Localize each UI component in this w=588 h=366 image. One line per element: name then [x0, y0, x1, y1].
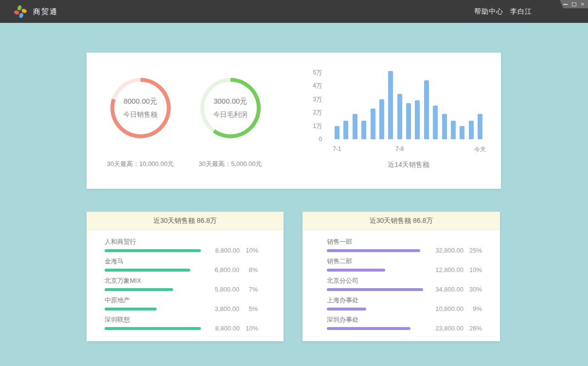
today-sales-label: 今日销售额: [124, 110, 158, 119]
rank-row-percent: 7%: [239, 286, 258, 293]
rank-row-bar: [105, 249, 201, 252]
rank-row-bar: [327, 249, 420, 252]
minimize-icon[interactable]: [563, 4, 568, 5]
rank-row-values: 34,800.0030%: [428, 286, 482, 293]
today-profit-label: 今日毛利润: [214, 110, 248, 119]
daily-sales-bar: [397, 94, 402, 140]
rank-row: 销售一部32,800.0025%: [327, 238, 482, 252]
rank-row: 北京万象MIX5,800.007%: [105, 276, 258, 291]
rank-row-bar: [105, 308, 157, 311]
today-sales-donut-ring: 8000.00元 今日销售额: [110, 78, 171, 138]
today-sales-30d-max: 30天最高：10,000.00元: [107, 160, 174, 168]
department-rank-list: 销售一部32,800.0025%销售二部12,800.0010%北京分公司34,…: [303, 230, 500, 330]
customer-rank-title: 近30天销售额 86.8万: [87, 212, 284, 230]
today-profit-donut-ring: 3000.00元 今日毛利润: [200, 78, 261, 138]
rank-row-percent: 10%: [463, 266, 482, 274]
rank-row-bar: [327, 327, 410, 330]
y-axis-tick-label: 1万: [304, 122, 322, 130]
rank-row-name: 上海办事处: [327, 296, 425, 304]
daily-sales-bar: [406, 103, 411, 139]
today-sales-donut-center: 8000.00元 今日销售额: [114, 82, 167, 134]
daily-sales-bar: [415, 100, 420, 139]
rank-row-bar: [327, 288, 423, 291]
rank-row-amount: 6,800.00: [204, 266, 239, 274]
rank-row-bar: [327, 308, 366, 311]
rank-row-bar: [105, 288, 173, 291]
customer-rank-list: 人和商贸行8,800.0010%金海马6,800.008%北京万象MIX5,80…: [87, 230, 284, 330]
daily-sales-bar: [460, 126, 464, 140]
daily-sales-bar: [388, 71, 393, 139]
rank-row-values: 8,800.0010%: [205, 247, 258, 254]
help-center-link[interactable]: 帮助中心: [474, 0, 503, 23]
rank-row-percent: 9%: [463, 305, 482, 312]
rank-row: 深圳联想8,800.0010%: [105, 315, 258, 330]
daily-sales-bar: [379, 99, 384, 140]
today-sales-value: 8000.00元: [124, 97, 157, 106]
rank-row-values: 5,800.007%: [204, 286, 258, 293]
daily-sales-bar: [442, 114, 447, 139]
close-icon[interactable]: ✕: [581, 2, 585, 7]
rank-row-name: 深圳联想: [105, 315, 201, 324]
daily-sales-bar: [451, 121, 456, 140]
rank-row-left: 北京万象MIX: [105, 276, 200, 291]
rank-row: 人和商贸行8,800.0010%: [105, 238, 258, 252]
daily-sales-bar: [478, 114, 482, 139]
rank-row-percent: 25%: [463, 247, 482, 254]
rank-row-bar: [327, 269, 385, 272]
rank-row-percent: 30%: [463, 286, 482, 293]
rank-row-left: 销售二部: [327, 257, 425, 272]
rank-row-values: 23,800.0026%: [428, 325, 482, 332]
rank-row-amount: 3,800.00: [204, 305, 239, 312]
daily-sales-bar: [353, 114, 357, 139]
pinwheel-logo-icon: [14, 5, 27, 18]
rank-row-values: 8,800.0010%: [205, 325, 258, 332]
daily-sales-bar: [469, 121, 474, 140]
rank-row: 上海办事处10,800.009%: [327, 296, 482, 311]
rank-row-name: 销售二部: [327, 257, 425, 265]
daily-sales-bar: [343, 121, 348, 140]
y-axis-tick-label: 2万: [304, 109, 322, 116]
rank-row-amount: 8,800.00: [205, 325, 240, 332]
y-axis-tick-label: 5万: [304, 69, 322, 76]
rank-row-name: 销售一部: [327, 238, 425, 246]
rank-row-name: 中原地产: [105, 296, 200, 304]
rank-row-values: 10,800.009%: [428, 305, 482, 312]
daily-sales-chart: 5万4万3万2万1万0 7-17-8今天 近14天销售额: [304, 53, 482, 189]
maximize-icon[interactable]: [572, 2, 576, 6]
rank-row-bar: [105, 269, 190, 272]
rank-row-amount: 10,800.00: [428, 305, 463, 312]
rank-row-name: 深圳办事处: [327, 315, 425, 324]
rank-row-bar: [105, 327, 201, 330]
topbar: 商贸通 帮助中心 李白江 ✕: [0, 0, 588, 23]
rank-row: 中原地产3,800.005%: [105, 296, 258, 311]
overview-card: 8000.00元 今日销售额 30天最高：10,000.00元 3000.00元…: [87, 53, 501, 189]
y-axis-tick-label: 0: [304, 135, 322, 143]
rank-row-name: 北京万象MIX: [105, 276, 200, 285]
rank-row: 深圳办事处23,800.0026%: [327, 315, 482, 330]
y-axis-tick-label: 3万: [304, 95, 322, 103]
x-axis-tick-label: 7-1: [333, 146, 341, 152]
rank-row-values: 12,800.0010%: [428, 266, 482, 274]
rank-row-left: 上海办事处: [327, 296, 425, 311]
today-sales-donut-block: 8000.00元 今日销售额 30天最高：10,000.00元: [95, 53, 185, 189]
rank-row-amount: 34,800.00: [428, 286, 463, 293]
rank-row-left: 深圳办事处: [327, 315, 425, 330]
app-title: 商贸通: [33, 0, 58, 23]
rank-row-percent: 8%: [239, 266, 258, 274]
user-menu[interactable]: 李白江: [510, 0, 532, 23]
rank-row-values: 6,800.008%: [204, 266, 258, 274]
x-axis-ticks: 7-17-8今天: [335, 146, 482, 153]
rank-row-name: 金海马: [105, 257, 200, 265]
rank-row: 北京分公司34,800.0030%: [327, 276, 482, 291]
daily-sales-bar: [335, 126, 339, 140]
rank-row-amount: 23,800.00: [428, 325, 463, 332]
rank-row-values: 32,800.0025%: [428, 247, 482, 254]
today-profit-30d-max: 30天最高：5,000.00元: [198, 160, 262, 168]
rank-row-name: 北京分公司: [327, 276, 425, 285]
x-axis-tick-label: 今天: [474, 146, 486, 154]
rank-row-left: 北京分公司: [327, 276, 425, 291]
rank-row-left: 深圳联想: [105, 315, 201, 330]
rank-row-left: 人和商贸行: [105, 238, 201, 252]
y-axis-tick-label: 4万: [304, 82, 322, 90]
rank-row-amount: 5,800.00: [204, 286, 239, 293]
